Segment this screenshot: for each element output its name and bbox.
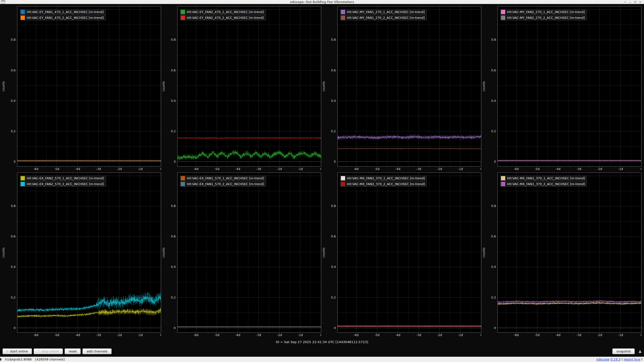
channel-name: H0:VAC-MX_FAN2_370_1_ACC_INCHSEC [m-tren… [347, 176, 425, 180]
legend-entry[interactable]: H0:VAC-EY_FAN2_470_2_ACC_INCHSEC [m-tren… [180, 15, 266, 20]
y-tick-label: 0.8 [491, 204, 496, 208]
y-tick-label: 0.2 [331, 296, 336, 299]
legend-entry[interactable]: H0:VAC-MX_FAN1_370_1_ACC_INCHSEC [m-tren… [500, 176, 587, 181]
plot-area[interactable]: H0:VAC-MX_FAN2_370_1_ACC_INCHSEC [m-tren… [337, 173, 481, 333]
x-axis-ticks: -6d-5d-4d-3d-2d-1d0 [497, 167, 641, 172]
x-tick-label: -5d [54, 333, 59, 337]
legend: H0:VAC-MY_FAN1_270_1_ACC_INCHSEC [m-tren… [340, 9, 427, 20]
y-axis-label: counts [482, 248, 486, 258]
y-tick-label: 0.4 [171, 265, 176, 269]
plot-area[interactable]: H0:VAC-MY_FAN1_270_1_ACC_INCHSEC [m-tren… [337, 6, 481, 167]
x-axis-ticks: -6d-5d-4d-3d-2d-1d0 [177, 167, 321, 172]
x-tick-label: -6d [354, 167, 359, 171]
legend-entry[interactable]: H0:VAC-MY_FAN2_270_2_ACC_INCHSEC [m-tren… [500, 15, 587, 20]
legend-entry[interactable]: H0:VAC-EX_FAN2_570_2_ACC_INCHSEC [m-tren… [20, 181, 106, 187]
y-tick-label: 0.2 [491, 130, 496, 133]
legend-entry[interactable]: H0:VAC-EX_FAN1_570_1_ACC_INCHSEC [m-tren… [180, 176, 266, 181]
close-icon[interactable] [638, 0, 642, 4]
legend-swatch-icon [341, 10, 345, 14]
plot-grid: counts 00.20.40.60.8 H0:VAC-EY_FAN1_470_… [0, 4, 644, 338]
ndscope-link[interactable]: ndscope [596, 357, 610, 361]
x-tick-label: -5d [375, 167, 380, 171]
legend-entry[interactable]: H0:VAC-MY_FAN2_270_1_ACC_INCHSEC [m-tren… [500, 9, 587, 15]
x-tick-label: -6d [354, 333, 359, 337]
maximize-icon[interactable] [633, 0, 637, 4]
legend-entry[interactable]: H0:VAC-EY_FAN1_470_2_ACC_INCHSEC [m-tren… [20, 15, 106, 20]
y-tick-label: 0 [334, 326, 336, 330]
plot-area[interactable]: H0:VAC-EY_FAN1_470_1_ACC_INCHSEC [m-tren… [17, 6, 161, 167]
legend-entry[interactable]: H0:VAC-EX_FAN2_570_1_ACC_INCHSEC [m-tren… [20, 176, 106, 181]
legend-swatch-icon [501, 16, 505, 20]
x-tick-label: 0 [160, 333, 161, 337]
x-tick-label: 0 [160, 167, 161, 171]
plot-area[interactable]: H0:VAC-EY_FAN2_470_1_ACC_INCHSEC [m-tren… [177, 6, 321, 167]
status-bar: h1daqnds1:8088 [428509 channels] ndscope… [0, 357, 644, 362]
channel-name: H0:VAC-MX_FAN1_370_1_ACC_INCHSEC [m-tren… [507, 176, 585, 180]
channel-name: H0:VAC-MY_FAN2_270_2_ACC_INCHSEC [m-tren… [507, 16, 585, 20]
y-axis-ticks: 00.20.40.60.8 [326, 173, 337, 333]
plot-area[interactable]: H0:VAC-EX_FAN2_570_1_ACC_INCHSEC [m-tren… [17, 173, 161, 333]
legend-entry[interactable]: H0:VAC-EX_FAN1_570_2_ACC_INCHSEC [m-tren… [180, 181, 266, 187]
plot-area[interactable]: H0:VAC-EX_FAN1_570_1_ACC_INCHSEC [m-tren… [177, 173, 321, 333]
y-tick-label: 0 [494, 160, 496, 164]
snapshot-button[interactable]: snapshot [612, 348, 635, 354]
x-tick-label: -2d [597, 167, 602, 171]
legend: H0:VAC-EY_FAN1_470_1_ACC_INCHSEC [m-tren… [20, 9, 106, 20]
stop-online-button[interactable]: □ stop online [34, 348, 63, 354]
x-tick-label: -2d [277, 167, 282, 171]
report-bug-link[interactable]: report bug [624, 357, 640, 361]
plot-area[interactable]: H0:VAC-MX_FAN1_370_1_ACC_INCHSEC [m-tren… [497, 173, 641, 333]
y-tick-label: 0 [14, 326, 16, 330]
y-tick-label: 0.8 [331, 204, 336, 208]
y-tick-label: 0.2 [171, 296, 176, 299]
x-tick-label: -2d [437, 167, 442, 171]
x-tick-label: -3d [416, 333, 421, 337]
reset-button[interactable]: reset [65, 348, 81, 354]
legend-entry[interactable]: H0:VAC-MX_FAN2_370_2_ACC_INCHSEC [m-tren… [340, 181, 427, 187]
x-tick-label: -4d [235, 167, 240, 171]
x-tick-label: -4d [556, 167, 561, 171]
shade-window-icon[interactable] [623, 0, 627, 4]
legend-swatch-icon [181, 10, 185, 14]
legend-entry[interactable]: H0:VAC-MX_FAN2_370_1_ACC_INCHSEC [m-tren… [340, 176, 427, 181]
y-tick-label: 0.8 [331, 38, 336, 42]
version-link[interactable]: 0.19.3 [611, 357, 621, 361]
x-tick-label: -2d [117, 167, 122, 171]
y-axis-label: counts [162, 248, 165, 258]
minimize-icon[interactable] [628, 0, 632, 4]
x-axis-ticks: -6d-5d-4d-3d-2d-1d0 [337, 333, 481, 338]
expand-panel-icon[interactable]: ▲ [638, 349, 641, 353]
legend-entry[interactable]: H0:VAC-MY_FAN1_270_1_ACC_INCHSEC [m-tren… [340, 9, 427, 15]
plot-panel-5: counts 00.20.40.60.8 H0:VAC-EX_FAN2_570_… [2, 173, 161, 338]
title-bar[interactable]: ndscope: Out Building Fan Vibrometers [0, 0, 644, 4]
legend-entry[interactable]: H0:VAC-MY_FAN1_270_2_ACC_INCHSEC [m-tren… [340, 15, 427, 20]
x-tick-label: -6d [33, 333, 38, 337]
start-online-button[interactable]: ▷ start online [3, 348, 32, 354]
y-tick-label: 0.6 [491, 69, 496, 72]
channel-name: H0:VAC-EY_FAN1_470_1_ACC_INCHSEC [m-tren… [27, 10, 104, 14]
add-channels-button[interactable]: add channels [82, 348, 111, 354]
plot-panel-3: counts 00.20.40.60.8 H0:VAC-MY_FAN1_270_… [322, 6, 481, 172]
channel-name: H0:VAC-EY_FAN2_470_2_ACC_INCHSEC [m-tren… [187, 16, 264, 20]
y-axis-label: counts [2, 81, 5, 91]
y-tick-label: 0.4 [11, 265, 16, 269]
legend-swatch-icon [21, 176, 25, 180]
y-axis-label: counts [322, 248, 326, 258]
legend-entry[interactable]: H0:VAC-MX_FAN1_370_2_ACC_INCHSEC [m-tren… [500, 181, 587, 187]
legend-entry[interactable]: H0:VAC-EY_FAN1_470_1_ACC_INCHSEC [m-tren… [20, 9, 106, 15]
x-axis-ticks: -6d-5d-4d-3d-2d-1d0 [337, 167, 481, 172]
channel-name: H0:VAC-MY_FAN1_270_2_ACC_INCHSEC [m-tren… [347, 16, 425, 20]
legend-entry[interactable]: H0:VAC-EY_FAN2_470_1_ACC_INCHSEC [m-tren… [180, 9, 266, 15]
x-tick-label: 0 [320, 167, 321, 171]
y-tick-label: 0.6 [171, 69, 176, 72]
legend-swatch-icon [501, 10, 505, 14]
channel-name: H0:VAC-EX_FAN1_570_2_ACC_INCHSEC [m-tren… [187, 182, 264, 186]
plot-area[interactable]: H0:VAC-MY_FAN2_270_1_ACC_INCHSEC [m-tren… [497, 6, 641, 167]
channel-name: H0:VAC-EY_FAN2_470_1_ACC_INCHSEC [m-tren… [187, 10, 264, 14]
y-tick-label: 0.6 [171, 235, 176, 238]
y-axis-ticks: 00.20.40.60.8 [166, 173, 177, 333]
x-tick-label: -1d [138, 333, 143, 337]
y-axis-label: counts [322, 81, 326, 91]
stop-icon: □ [38, 350, 40, 353]
y-tick-label: 0 [174, 326, 176, 330]
